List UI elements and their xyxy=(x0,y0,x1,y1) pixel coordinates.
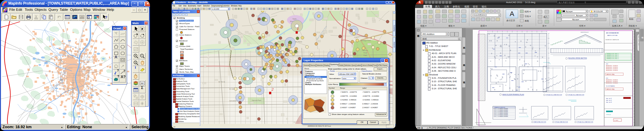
svg-text:TYPICAL FULL STAIR SECTION: TYPICAL FULL STAIR SECTION xyxy=(546,94,562,95)
svg-text:2: 2 xyxy=(272,87,274,91)
svg-text:ROOF PITCH 4:12: ROOF PITCH 4:12 xyxy=(581,32,589,33)
svg-text:GENERAL NOTE 3 REV 2.1: GENERAL NOTE 3 REV 2.1 xyxy=(606,57,619,58)
svg-text:Harrold Park: Harrold Park xyxy=(252,99,261,101)
svg-text:NOTE 4 TYP FRAMING MEMBER: NOTE 4 TYP FRAMING MEMBER xyxy=(494,111,508,112)
svg-text:?: ? xyxy=(135,61,136,64)
svg-text:12: 12 xyxy=(141,82,143,85)
svg-text:REVISION 10 - 3/13 BLDG: REVISION 10 - 3/13 BLDG xyxy=(606,79,618,81)
svg-text:?: ? xyxy=(105,15,107,19)
svg-text:BUILDING CROSS SECTION: BUILDING CROSS SECTION xyxy=(568,57,587,59)
svg-text:REVISION 02 - 3/13 BLDG: REVISION 02 - 3/13 BLDG xyxy=(606,67,618,68)
svg-text:REVISION 11 - 3/13 BLDG: REVISION 11 - 3/13 BLDG xyxy=(606,81,618,82)
svg-text:FLOOR FRAMING:: FLOOR FRAMING: xyxy=(606,86,615,87)
svg-text:NOTE 7 TYP FRAMING MEMBER: NOTE 7 TYP FRAMING MEMBER xyxy=(494,116,508,117)
svg-text:plan:: plan: xyxy=(606,63,608,65)
svg-text:TYPICAL FULL STAIR SECTION: TYPICAL FULL STAIR SECTION xyxy=(568,94,584,95)
svg-text:dwg - tps 03: dwg - tps 03 xyxy=(606,102,612,103)
svg-text:SAM/0005 3 图紙: SAM/0005 3 图紙 xyxy=(606,74,615,75)
svg-text:Field: Field xyxy=(364,52,367,54)
svg-text:REVISION 01 - 3/13 BLDG: REVISION 01 - 3/13 BLDG xyxy=(606,65,618,66)
svg-text:FRAMING SCHEDULE: FRAMING SCHEDULE xyxy=(494,107,505,108)
svg-text:SAM/0005 3 图紙: SAM/0005 3 图紙 xyxy=(606,89,615,90)
svg-text:TYPICAL FULL STAIR SECTION: TYPICAL FULL STAIR SECTION xyxy=(577,121,593,123)
svg-text:NOTE 5 TYP FRAMING MEMBER: NOTE 5 TYP FRAMING MEMBER xyxy=(494,113,508,114)
svg-text:NOTE 3 TYP FRAMING MEMBER: NOTE 3 TYP FRAMING MEMBER xyxy=(494,110,508,111)
svg-text:NOTE 2 TYP FRAMING MEMBER: NOTE 2 TYP FRAMING MEMBER xyxy=(494,108,508,109)
svg-text:Heritage Park: Heritage Park xyxy=(360,40,371,41)
svg-text:GENERAL NOTE 4 REV 2.1: GENERAL NOTE 4 REV 2.1 xyxy=(606,58,619,59)
svg-text:MAIN FLOOR PLAN: MAIN FLOOR PLAN xyxy=(607,35,617,36)
svg-text:W 7th St: W 7th St xyxy=(218,81,225,83)
svg-text:dwg - tps 02: dwg - tps 02 xyxy=(606,100,612,101)
svg-text:TYPICAL STAIR SECTION: TYPICAL STAIR SECTION xyxy=(555,121,568,123)
svg-text:MAIN FLOOR FRAMING PLAN: MAIN FLOOR FRAMING PLAN xyxy=(502,94,524,95)
svg-text:GENERAL NOTE 1 REV 2.1: GENERAL NOTE 1 REV 2.1 xyxy=(606,53,619,55)
svg-text:241 COV/00001B INC: 241 COV/00001B INC xyxy=(606,32,619,34)
svg-text:Nash: Nash xyxy=(293,18,297,20)
svg-text:S-14A: S-14A xyxy=(614,120,618,121)
svg-text:REVISION 04 - 3/13 BLDG: REVISION 04 - 3/13 BLDG xyxy=(606,70,618,71)
svg-text:1: 1 xyxy=(297,26,299,31)
svg-text:dwg - tps 01: dwg - tps 01 xyxy=(606,98,612,99)
svg-text:Park: Park xyxy=(364,54,367,56)
svg-text:coming up: coming up xyxy=(606,114,611,115)
svg-text:SHOWROOM DRAFTED KW: SHOWROOM DRAFTED KW xyxy=(605,39,619,40)
svg-text:plan:: plan: xyxy=(606,78,608,79)
svg-text:GENERAL NOTE 2 REV 2.1: GENERAL NOTE 2 REV 2.1 xyxy=(606,55,619,56)
svg-text:REVISION 12 - 3/13 BLDG: REVISION 12 - 3/13 BLDG xyxy=(606,82,618,84)
svg-text:NOTE 6 TYP FRAMING MEMBER: NOTE 6 TYP FRAMING MEMBER xyxy=(494,114,508,116)
svg-text:STAIR DETAIL SECTION: STAIR DETAIL SECTION xyxy=(534,121,546,123)
svg-text:REVISION 03 - 3/13 BLDG: REVISION 03 - 3/13 BLDG xyxy=(606,68,618,70)
